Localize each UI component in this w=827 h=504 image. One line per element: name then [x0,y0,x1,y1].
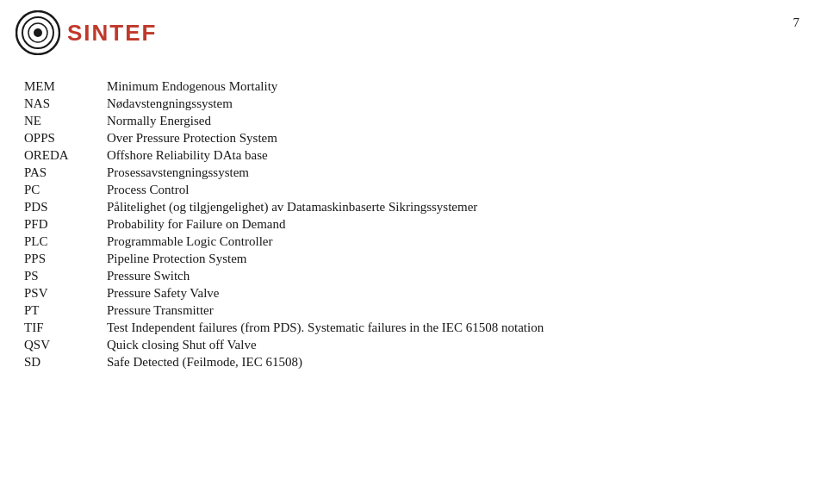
acronym-definition: Pressure Transmitter [102,302,811,319]
acronym-definition: Process Control [102,181,811,198]
table-row: OREDAOffshore Reliability DAta base [16,146,811,164]
acronym-definition: Normally Energised [102,112,811,129]
acronym-abbr: NAS [16,95,102,112]
table-row: MEMMinimum Endogenous Mortality [16,78,811,95]
table-row: PFDProbability for Failure on Demand [16,215,811,233]
acronym-table: MEMMinimum Endogenous MortalityNASNødavs… [16,78,811,370]
acronym-definition: Nødavstengningssystem [102,95,811,112]
table-row: PPSPipeline Protection System [16,250,811,267]
table-row: NASNødavstengningssystem [16,95,811,112]
acronym-list: MEMMinimum Endogenous MortalityNASNødavs… [16,78,811,370]
acronym-definition: Minimum Endogenous Mortality [102,78,811,95]
table-row: TIFTest Independent failures (from PDS).… [16,319,811,336]
acronym-abbr: SD [16,353,102,370]
acronym-definition: Pressure Switch [102,267,811,284]
acronym-definition: Quick closing Shut off Valve [102,336,811,353]
acronym-abbr: PLC [16,233,102,250]
acronym-definition: Test Independent failures (from PDS). Sy… [102,319,811,336]
acronym-definition: Prosessavstengningssystem [102,164,811,181]
table-row: PDSPålitelighet (og tilgjengelighet) av … [16,198,811,215]
table-row: PSPressure Switch [16,267,811,284]
acronym-abbr: PFD [16,215,102,233]
acronym-definition: Programmable Logic Controller [102,233,811,250]
acronym-abbr: OREDA [16,146,102,164]
acronym-abbr: PPS [16,250,102,267]
acronym-abbr: PSV [16,284,102,302]
acronym-abbr: PAS [16,164,102,181]
acronym-definition: Pressure Safety Valve [102,284,811,302]
svg-point-3 [34,28,42,37]
sintef-circle-logo [16,10,60,55]
acronym-abbr: OPPS [16,129,102,146]
acronym-abbr: PC [16,181,102,198]
acronym-abbr: MEM [16,78,102,95]
table-row: PASProsessavstengningssystem [16,164,811,181]
table-row: PTPressure Transmitter [16,302,811,319]
table-row: NENormally Energised [16,112,811,129]
header: SINTEF [16,10,157,55]
table-row: PCProcess Control [16,181,811,198]
acronym-definition: Offshore Reliability DAta base [102,146,811,164]
sintef-text: SINTEF [67,20,157,47]
acronym-definition: Pipeline Protection System [102,250,811,267]
page-number: 7 [793,16,800,30]
table-row: PSVPressure Safety Valve [16,284,811,302]
acronym-abbr: PS [16,267,102,284]
table-row: QSVQuick closing Shut off Valve [16,336,811,353]
acronym-abbr: NE [16,112,102,129]
table-row: SDSafe Detected (Feilmode, IEC 61508) [16,353,811,370]
table-row: OPPSOver Pressure Protection System [16,129,811,146]
acronym-definition: Probability for Failure on Demand [102,215,811,233]
acronym-definition: Safe Detected (Feilmode, IEC 61508) [102,353,811,370]
acronym-abbr: TIF [16,319,102,336]
table-row: PLCProgrammable Logic Controller [16,233,811,250]
acronym-definition: Over Pressure Protection System [102,129,811,146]
acronym-abbr: PDS [16,198,102,215]
logo: SINTEF [16,10,157,55]
acronym-abbr: QSV [16,336,102,353]
acronym-abbr: PT [16,302,102,319]
acronym-definition: Pålitelighet (og tilgjengelighet) av Dat… [102,198,811,215]
